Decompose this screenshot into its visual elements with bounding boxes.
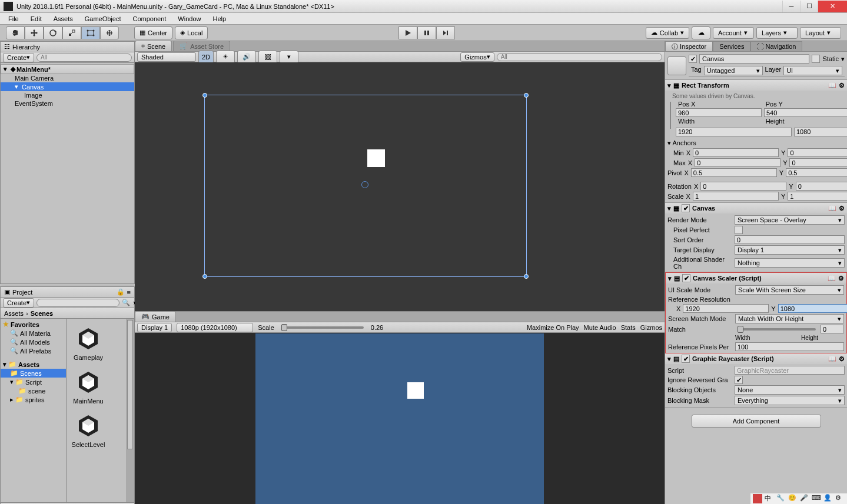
menu-file[interactable]: File: [2, 14, 25, 24]
maximize-button[interactable]: ☐: [800, 1, 818, 12]
posy-input[interactable]: [764, 108, 847, 117]
scene-tab[interactable]: ⌗Scene: [135, 41, 172, 51]
posx-input[interactable]: [676, 108, 762, 117]
minimize-button[interactable]: ─: [782, 1, 800, 12]
scene-viewport[interactable]: [135, 62, 665, 311]
enable-checkbox[interactable]: ✔: [682, 204, 690, 212]
gameobject-name-input[interactable]: [699, 54, 809, 64]
resolution-dropdown[interactable]: 1080p (1920x1080): [177, 323, 253, 332]
help-icon[interactable]: 📖: [828, 275, 836, 282]
lock-icon[interactable]: 🔒: [117, 288, 125, 296]
tray-icon[interactable]: ⚙: [835, 494, 845, 503]
menu-edit[interactable]: Edit: [25, 14, 48, 24]
gear-icon[interactable]: ⚙: [839, 355, 845, 363]
favorites-header[interactable]: ★Favorites: [1, 320, 66, 329]
hierarchy-item-image[interactable]: Image: [1, 91, 134, 99]
pivoty-input[interactable]: [786, 168, 847, 177]
scene-search-input[interactable]: [497, 53, 662, 61]
active-checkbox[interactable]: ✔: [689, 55, 697, 63]
asset-selectlevel[interactable]: SelectLevel: [71, 412, 105, 448]
scrollbar[interactable]: [126, 319, 134, 502]
ref-y-input[interactable]: [778, 304, 847, 313]
resize-handle[interactable]: [524, 93, 529, 98]
image-object[interactable]: [367, 149, 385, 167]
anchor-miny-input[interactable]: [788, 148, 847, 157]
help-icon[interactable]: 📖: [828, 355, 836, 363]
foldout-icon[interactable]: ▾: [4, 65, 9, 73]
ref-px-input[interactable]: [735, 342, 844, 351]
pivot-center-button[interactable]: ▦Center: [134, 26, 172, 39]
gear-icon[interactable]: ⚙: [839, 82, 845, 89]
scene-root[interactable]: ▾◆MainMenu*: [1, 64, 134, 74]
folder-script[interactable]: ▾📁Script: [1, 378, 66, 386]
scaley-input[interactable]: [788, 192, 847, 201]
pause-button[interactable]: [417, 26, 436, 39]
slider-thumb[interactable]: [738, 326, 743, 333]
account-dropdown[interactable]: Account▾: [713, 27, 754, 39]
step-button[interactable]: [436, 26, 455, 39]
fav-materials[interactable]: 🔍All Materia: [1, 329, 66, 338]
tray-icon[interactable]: 😊: [788, 494, 798, 503]
foldout-icon[interactable]: ▾: [15, 83, 21, 91]
game-viewport[interactable]: [135, 333, 665, 504]
anchor-minx-input[interactable]: [693, 148, 779, 157]
target-display-dropdown[interactable]: Display 1▾: [735, 245, 845, 255]
transform-tool-button[interactable]: [100, 26, 119, 39]
layout-dropdown[interactable]: Layout▾: [800, 27, 841, 39]
anchors-label[interactable]: Anchors: [672, 139, 696, 146]
hierarchy-tab[interactable]: ☷Hierarchy: [1, 42, 134, 52]
mode-2d-button[interactable]: 2D: [198, 51, 214, 64]
gear-icon[interactable]: ⚙: [839, 205, 845, 212]
shader-channels-dropdown[interactable]: Nothing▾: [735, 258, 845, 268]
audio-button[interactable]: 🔊: [237, 51, 256, 64]
match-slider[interactable]: [738, 328, 816, 331]
assets-header[interactable]: ▾📁Assets: [1, 360, 66, 369]
tray-icon[interactable]: 🎤: [800, 494, 809, 503]
tray-icon[interactable]: [753, 494, 762, 503]
gear-icon[interactable]: ⚙: [838, 275, 844, 282]
fx-button[interactable]: 🖼: [258, 51, 277, 64]
component-header[interactable]: ▾▤✔Graphic Raycaster (Script)📖⚙: [665, 353, 847, 364]
pixel-perfect-checkbox[interactable]: [735, 226, 743, 234]
collab-dropdown[interactable]: ☁Collab▾: [646, 27, 689, 39]
tray-icon[interactable]: 👤: [823, 494, 833, 503]
filter-icon[interactable]: 🔍: [122, 299, 130, 306]
asset-gameplay[interactable]: Gameplay: [71, 325, 105, 361]
hierarchy-search-input[interactable]: [36, 54, 132, 62]
scalex-input[interactable]: [693, 192, 779, 201]
gameobject-icon[interactable]: [667, 56, 686, 75]
rect-tool-button[interactable]: [81, 26, 100, 39]
layer-dropdown[interactable]: UI▾: [783, 66, 842, 75]
menu-component[interactable]: Component: [127, 14, 172, 24]
sort-order-input[interactable]: [735, 235, 845, 244]
anchor-maxy-input[interactable]: [789, 158, 847, 167]
scale-tool-button[interactable]: [62, 26, 81, 39]
roty-input[interactable]: [796, 182, 847, 191]
navigation-tab[interactable]: ⛶Navigation: [750, 41, 802, 51]
breadcrumb-item[interactable]: Scenes: [31, 310, 54, 317]
rotate-tool-button[interactable]: [44, 26, 62, 39]
resize-handle[interactable]: [202, 93, 207, 98]
folder-scenes[interactable]: 📁Scenes: [1, 369, 66, 378]
slider-thumb[interactable]: [281, 324, 287, 331]
add-component-button[interactable]: Add Component: [692, 415, 821, 428]
pivot-local-button[interactable]: ◈Local: [175, 26, 208, 39]
enable-checkbox[interactable]: ✔: [682, 355, 690, 363]
anchor-presets-button[interactable]: [670, 102, 671, 129]
asset-store-tab[interactable]: 🛒Asset Store: [173, 41, 230, 51]
folder-scene[interactable]: 📁scene: [1, 386, 66, 395]
layers-dropdown[interactable]: Layers▾: [756, 27, 798, 39]
stats-toggle[interactable]: Stats: [621, 324, 636, 331]
fav-prefabs[interactable]: 🔍All Prefabs: [1, 346, 66, 355]
project-tab[interactable]: ▣Project 🔒≡: [1, 287, 134, 298]
ref-x-input[interactable]: [683, 304, 769, 313]
fav-models[interactable]: 🔍All Models: [1, 338, 66, 346]
component-header[interactable]: ▾▦✔Canvas📖⚙: [665, 203, 847, 213]
pivotx-input[interactable]: [691, 168, 777, 177]
match-value-input[interactable]: [821, 325, 844, 333]
breadcrumb-item[interactable]: Assets: [4, 310, 24, 317]
inspector-tab[interactable]: ⓘInspector: [665, 41, 713, 51]
tray-icon[interactable]: 中: [765, 494, 774, 503]
move-tool-button[interactable]: [25, 26, 44, 39]
menu-gameobject[interactable]: GameObject: [79, 14, 127, 24]
